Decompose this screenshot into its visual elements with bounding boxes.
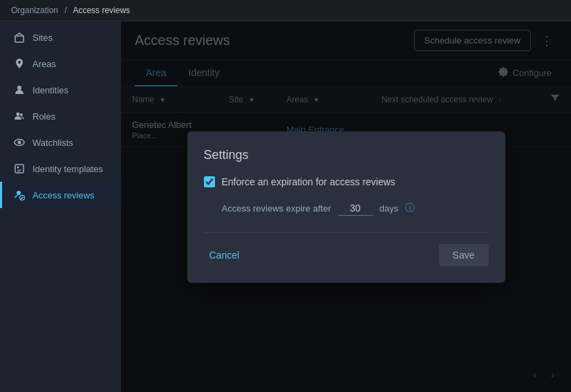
content-area: Access reviews Schedule access review ⋮ …	[121, 21, 571, 392]
svg-point-1	[17, 86, 21, 90]
expire-after-label: Access reviews expire after	[222, 203, 331, 214]
sidebar-item-access-reviews-label: Access reviews	[32, 190, 95, 200]
sidebar-item-areas-label: Areas	[32, 59, 56, 69]
svg-point-3	[20, 113, 23, 116]
expire-days-input[interactable]	[338, 201, 373, 216]
sidebar-item-sites[interactable]: Sites	[0, 24, 121, 50]
sidebar-item-watchlists[interactable]: Watchlists	[0, 129, 121, 156]
enforce-expiration-checkbox[interactable]	[204, 176, 215, 187]
svg-point-5	[18, 141, 21, 144]
watchlists-icon	[13, 136, 26, 149]
enforce-expiration-row: Enforce an expiration for access reviews	[204, 176, 489, 187]
save-button[interactable]: Save	[439, 244, 489, 266]
breadcrumb-org[interactable]: Organization	[11, 6, 58, 15]
identities-icon	[13, 84, 26, 96]
sidebar-item-roles-label: Roles	[32, 111, 55, 122]
dialog-footer: Cancel Save	[204, 232, 489, 266]
sites-icon	[13, 31, 26, 44]
svg-point-2	[17, 113, 20, 116]
sidebar-item-identity-templates[interactable]: Identity templates	[0, 156, 121, 182]
days-label: days	[380, 203, 398, 214]
sidebar-item-areas[interactable]: Areas	[0, 50, 121, 77]
info-icon: ⓘ	[405, 202, 415, 214]
sidebar-item-access-reviews[interactable]: Access reviews	[0, 182, 121, 208]
sidebar-item-identities-label: Identities	[32, 85, 68, 95]
svg-point-7	[17, 167, 19, 169]
settings-dialog: Settings Enforce an expiration for acces…	[187, 131, 505, 283]
sidebar: Sites Areas Identities	[0, 21, 121, 392]
expire-row: Access reviews expire after days ⓘ	[222, 201, 489, 216]
sidebar-item-sites-label: Sites	[32, 32, 53, 43]
sidebar-item-watchlists-label: Watchlists	[32, 138, 73, 148]
svg-rect-0	[15, 36, 24, 42]
access-reviews-icon	[13, 189, 26, 201]
roles-icon	[13, 110, 26, 122]
sidebar-item-identities[interactable]: Identities	[0, 77, 121, 103]
dialog-overlay: Settings Enforce an expiration for acces…	[121, 21, 571, 392]
breadcrumb-current: Access reviews	[73, 6, 130, 15]
svg-point-8	[17, 191, 21, 195]
sidebar-item-roles[interactable]: Roles	[0, 103, 121, 129]
sidebar-item-identity-templates-label: Identity templates	[32, 164, 103, 174]
dialog-title: Settings	[204, 148, 489, 162]
breadcrumb-separator: /	[64, 6, 66, 15]
cancel-button[interactable]: Cancel	[204, 245, 245, 265]
areas-icon	[13, 57, 26, 70]
identity-templates-icon	[13, 162, 26, 175]
breadcrumb: Organization / Access reviews	[0, 0, 571, 21]
enforce-expiration-label: Enforce an expiration for access reviews	[222, 176, 395, 187]
